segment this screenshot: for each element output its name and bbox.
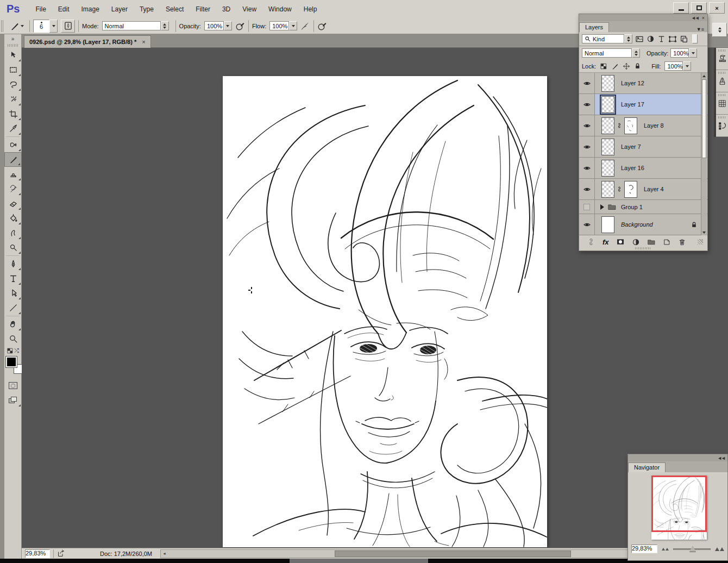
brush-tool[interactable] <box>4 152 22 167</box>
minimize-button[interactable] <box>673 2 689 14</box>
crop-tool[interactable] <box>4 107 22 121</box>
menu-3d[interactable]: 3D <box>216 3 236 15</box>
history-brush-tool[interactable] <box>4 182 22 196</box>
menu-image[interactable]: Image <box>76 3 105 15</box>
clone-stamp-tool[interactable] <box>4 167 22 182</box>
fill-caret[interactable] <box>683 61 691 71</box>
group-name[interactable]: Group 1 <box>621 204 643 210</box>
smudge-tool[interactable] <box>4 226 22 240</box>
layer-name[interactable]: Layer 12 <box>621 80 644 86</box>
brush-panel-button[interactable] <box>716 70 728 92</box>
paint-bucket-tool[interactable] <box>4 211 22 226</box>
navigator-zoom-field[interactable]: 29,83% <box>631 545 657 553</box>
navigator-zoom-slider[interactable] <box>673 545 711 553</box>
lock-pixels-icon[interactable] <box>611 62 619 70</box>
navigator-view-box[interactable] <box>651 476 707 532</box>
visibility-toggle[interactable] <box>579 115 595 136</box>
layer-effects-icon[interactable]: fx <box>603 238 609 246</box>
layer-thumbnail[interactable] <box>601 117 614 134</box>
visibility-toggle[interactable] <box>579 214 595 235</box>
layer-row[interactable]: Layer 12 <box>579 73 707 94</box>
horizontal-scrollbar[interactable]: ◄ <box>160 549 648 558</box>
layer-thumbnail[interactable] <box>601 216 614 233</box>
layer-row[interactable]: Layer 8 <box>579 115 707 136</box>
menu-layer[interactable]: Layer <box>105 3 134 15</box>
layer-thumbnail[interactable] <box>601 96 614 113</box>
mask-link-icon[interactable] <box>616 122 623 129</box>
layer-mask-thumbnail[interactable] <box>624 117 637 134</box>
default-colors-icon[interactable] <box>7 347 14 354</box>
dock-stepper[interactable] <box>712 23 727 37</box>
layer-name[interactable]: Layer 8 <box>644 122 664 129</box>
close-tab-icon[interactable]: × <box>142 39 145 45</box>
pixel-filter-icon[interactable] <box>635 35 644 43</box>
magic-wand-tool[interactable] <box>4 92 22 107</box>
menu-filter[interactable]: Filter <box>190 3 216 15</box>
close-panel-icon[interactable]: × <box>702 15 705 21</box>
opacity-input[interactable]: 100% <box>204 21 232 30</box>
panel-resize-grip[interactable] <box>698 239 703 245</box>
new-layer-icon[interactable] <box>663 238 671 246</box>
zoom-level-field[interactable]: 29,83% <box>25 549 50 558</box>
layer-name[interactable]: Layer 7 <box>621 143 641 150</box>
layers-scrollbar[interactable] <box>701 73 707 235</box>
filter-toggle-switch[interactable] <box>692 34 698 43</box>
blend-mode-select[interactable]: Normal <box>102 21 169 30</box>
marquee-tool[interactable] <box>4 62 22 77</box>
layer-mask-thumbnail[interactable] <box>624 181 637 198</box>
opacity-caret[interactable] <box>224 21 232 30</box>
type-filter-icon[interactable] <box>657 35 666 43</box>
collapse-panel-icon[interactable]: ◄◄ <box>717 455 725 461</box>
brush-picker-caret[interactable] <box>49 20 58 33</box>
path-selection-tool[interactable] <box>4 286 22 301</box>
collapse-tools-button[interactable]: » <box>4 34 21 43</box>
zoom-out-icon[interactable] <box>662 548 669 551</box>
scroll-left-icon[interactable]: ◄ <box>162 552 166 555</box>
lasso-tool[interactable] <box>4 77 22 92</box>
zoom-in-icon[interactable] <box>715 547 724 551</box>
quick-mask-button[interactable] <box>4 378 22 393</box>
menu-window[interactable]: Window <box>262 3 298 15</box>
maximize-button[interactable] <box>691 2 707 14</box>
close-button[interactable]: × <box>709 2 725 14</box>
layers-scrollbar-thumb[interactable] <box>702 79 706 158</box>
adjustment-layer-icon[interactable] <box>632 238 640 246</box>
menu-view[interactable]: View <box>236 3 262 15</box>
lock-all-icon[interactable] <box>634 62 641 70</box>
healing-brush-tool[interactable] <box>4 137 22 152</box>
tool-preset-picker[interactable] <box>8 21 26 31</box>
layer-opacity-input[interactable]: 100% <box>670 48 697 58</box>
3d-panel-button[interactable] <box>716 48 728 70</box>
tools-gripper[interactable] <box>8 44 18 47</box>
background-layer-row[interactable]: Background <box>579 214 707 235</box>
visibility-toggle[interactable] <box>579 200 595 214</box>
scroll-up-icon[interactable] <box>702 75 706 77</box>
mask-link-icon[interactable] <box>616 186 623 192</box>
fill-input[interactable]: 100% <box>664 61 691 71</box>
toggle-brush-panel-button[interactable] <box>61 20 75 33</box>
layer-thumbnail[interactable] <box>601 75 614 92</box>
layer-row[interactable]: Layer 16 <box>579 158 707 179</box>
pen-tool[interactable] <box>4 257 22 271</box>
document-canvas[interactable] <box>223 76 547 547</box>
type-tool[interactable] <box>4 271 22 286</box>
airbrush-toggle-icon[interactable] <box>300 21 310 31</box>
scroll-down-icon[interactable] <box>702 232 706 234</box>
options-gripper[interactable] <box>1 20 4 32</box>
swatches-panel-button[interactable] <box>716 92 728 115</box>
panel-menu-icon[interactable]: ▼≡ <box>693 27 707 32</box>
panel-bottom-gripper[interactable] <box>635 247 651 249</box>
menu-type[interactable]: Type <box>134 3 160 15</box>
layer-name[interactable]: Layer 4 <box>644 186 664 192</box>
group-row[interactable]: Group 1 <box>579 200 707 214</box>
visibility-toggle[interactable] <box>579 136 595 157</box>
add-mask-icon[interactable] <box>616 237 625 246</box>
menu-edit[interactable]: Edit <box>52 3 76 15</box>
eraser-tool[interactable] <box>4 196 22 211</box>
layer-row-selected[interactable]: Layer 17 <box>579 94 707 115</box>
document-tab[interactable]: 0926.psd @ 29,8% (Layer 17, RGB/8) * × <box>24 35 151 48</box>
flow-input[interactable]: 100% <box>269 21 297 30</box>
slider-thumb[interactable] <box>689 546 696 552</box>
visibility-toggle[interactable] <box>579 158 595 178</box>
layer-name[interactable]: Background <box>621 221 653 228</box>
